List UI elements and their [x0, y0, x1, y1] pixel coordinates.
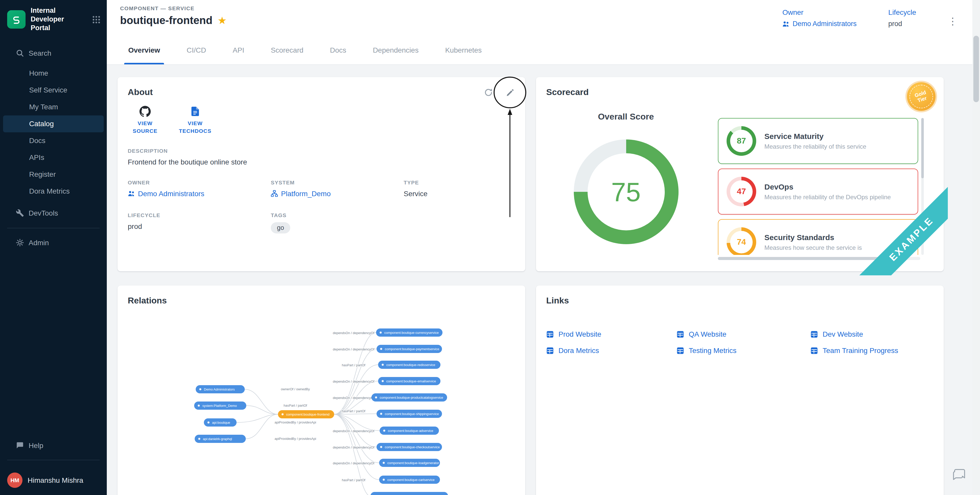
relation-node[interactable]: component:boutique-recommendationservice [371, 492, 448, 495]
link-dora-metrics[interactable]: Dora Metrics [546, 345, 676, 356]
edge-label: dependsOn / dependencyOf [333, 446, 374, 449]
tab-api[interactable]: API [220, 36, 258, 64]
relation-node[interactable]: api:boutique [204, 419, 237, 427]
relation-node-center[interactable]: component:boutique-frontend [278, 410, 334, 419]
view-source-label: VIEW SOURCE [128, 119, 162, 135]
sidebar-item-docs[interactable]: Docs [0, 132, 107, 149]
score-item-security-standards[interactable]: 74 Security Standards Measures how secur… [718, 219, 918, 255]
edit-button[interactable] [505, 88, 515, 97]
system-entity-link[interactable]: Platform_Demo [271, 190, 404, 198]
page-scrollbar[interactable] [972, 0, 980, 495]
overall-score-value: 75 [611, 177, 641, 207]
links-card-title: Links [546, 296, 934, 306]
sidebar-item-self-service[interactable]: Self Service [0, 81, 107, 98]
owner-entity-link[interactable]: Demo Administrators [128, 190, 271, 198]
favorite-star-icon[interactable]: ★ [218, 15, 227, 25]
relation-node[interactable]: component:boutique-shippingservice [377, 410, 442, 418]
svg-text:Demo Administrators: Demo Administrators [204, 387, 235, 391]
page-title: boutique-frontend [120, 14, 213, 27]
link-grid-icon [810, 330, 818, 338]
svg-text:component:boutique-paymentserv: component:boutique-paymentservice [385, 347, 439, 351]
relation-node[interactable]: component:boutique-loadgenerator [379, 459, 440, 467]
link-dev-website[interactable]: Dev Website [810, 328, 934, 340]
tab-cicd[interactable]: CI/CD [173, 36, 220, 64]
relation-node[interactable]: component:boutique-emailservice [378, 377, 441, 385]
view-source-link[interactable]: VIEW SOURCE [128, 106, 162, 135]
svg-text:component:boutique-checkoutser: component:boutique-checkoutservice [385, 445, 440, 449]
sidebar-item-my-team[interactable]: My Team [0, 98, 107, 115]
tab-overview[interactable]: Overview [115, 36, 173, 64]
link-team-training-progress[interactable]: Team Training Progress [810, 345, 934, 356]
score-item-devops[interactable]: 47 DevOps Measures the reliability of th… [718, 169, 918, 215]
relation-node[interactable]: Demo Administrators [196, 385, 245, 393]
tab-dependencies[interactable]: Dependencies [360, 36, 432, 64]
refresh-button[interactable] [484, 88, 493, 97]
edge-label: ownerOf / ownedBy [281, 387, 310, 391]
chat-widget-button[interactable] [952, 468, 966, 484]
sidebar-item-label: DevTools [29, 209, 58, 217]
link-qa-website[interactable]: QA Website [676, 328, 810, 340]
relation-node[interactable]: component:boutique-cartservice [379, 476, 440, 484]
tab-kubernetes[interactable]: Kubernetes [432, 36, 495, 64]
link-testing-metrics[interactable]: Testing Metrics [676, 345, 810, 356]
relation-node[interactable]: component:boutique-productcatalogservice [371, 393, 447, 401]
owner-link[interactable]: Demo Administrators [782, 20, 857, 28]
group-icon [128, 190, 135, 197]
tab-docs[interactable]: Docs [317, 36, 360, 64]
techdocs-icon [189, 106, 201, 117]
sidebar-search-label: Search [29, 49, 51, 57]
edge-label: hasPart / partOf [342, 363, 365, 367]
link-prod-website[interactable]: Prod Website [546, 328, 676, 340]
apps-grid-icon[interactable] [92, 15, 101, 24]
user-menu[interactable]: HM Himanshu Mishra [0, 466, 107, 495]
owner-value: Demo Administrators [792, 20, 857, 28]
about-card-title: About [128, 88, 515, 97]
relation-node[interactable]: api:danielrk-graphql [195, 435, 246, 443]
pencil-icon [505, 88, 514, 97]
sidebar-item-register[interactable]: Register [0, 166, 107, 183]
relation-node[interactable]: component:boutique-currencyservice [376, 328, 442, 337]
sidebar-item-label: Self Service [29, 86, 67, 94]
user-name: Himanshu Mishra [28, 476, 83, 484]
sidebar-item-admin[interactable]: Admin [0, 234, 107, 251]
scorecard-card: Scorecard Gold Tier Overall Score 75 87 … [536, 77, 944, 271]
page-scrollbar-thumb[interactable] [974, 36, 979, 102]
svg-text:component:boutique-frontend: component:boutique-frontend [286, 412, 329, 416]
view-techdocs-link[interactable]: VIEW TECHDOCS [178, 106, 213, 135]
sidebar-item-apis[interactable]: APIs [0, 149, 107, 166]
score-gauge: 47 [727, 177, 756, 206]
score-name: Service Maturity [764, 132, 866, 140]
link-grid-icon [676, 347, 684, 354]
svg-text:component:boutique-productcata: component:boutique-productcatalogservice [380, 396, 443, 400]
link-grid-icon [546, 347, 554, 354]
sidebar-item-label: Help [29, 441, 43, 449]
field-label: LIFECYCLE [128, 212, 271, 218]
tab-scorecard[interactable]: Scorecard [258, 36, 317, 64]
description-value: Frontend for the boutique online store [128, 158, 515, 166]
sidebar-item-dora-metrics[interactable]: Dora Metrics [0, 183, 107, 199]
relation-node[interactable]: component:boutique-checkoutservice [377, 443, 442, 451]
sidebar-item-home[interactable]: Home [0, 65, 107, 81]
sidebar-item-devtools[interactable]: DevTools [0, 205, 107, 221]
app-logo[interactable] [7, 11, 25, 29]
score-item-service-maturity[interactable]: 87 Service Maturity Measures the reliabi… [718, 118, 918, 164]
relation-node[interactable]: component:boutique-redisservice [378, 361, 441, 369]
more-options-kebab-icon[interactable]: ⋮ [948, 15, 958, 27]
relation-node[interactable]: component:boutique-adservice [380, 427, 439, 435]
content-area: About [107, 65, 980, 495]
tag-chip-go[interactable]: go [271, 223, 290, 234]
sidebar-item-help[interactable]: Help [0, 437, 107, 454]
relations-graph: dependsOn / dependencyOf dependsOn / dep… [118, 286, 525, 495]
page-header: COMPONENT — SERVICE boutique-frontend ★ … [107, 0, 980, 36]
relation-node[interactable]: component:boutique-paymentservice [377, 345, 442, 353]
score-list-vertical-scrollbar[interactable] [921, 118, 924, 255]
edge-label: dependsOn / dependencyOf [333, 380, 374, 384]
sidebar-item-label: My Team [29, 103, 58, 111]
sidebar-item-catalog[interactable]: Catalog [3, 115, 104, 132]
sidebar-search[interactable]: Search [0, 45, 107, 62]
score-description: Measures the reliability of this service [764, 143, 866, 150]
score-list-horizontal-scrollbar[interactable] [718, 257, 920, 260]
main-area: COMPONENT — SERVICE boutique-frontend ★ … [107, 0, 980, 495]
app-root: Internal Developer Portal Search Home Se… [0, 0, 980, 495]
relation-node[interactable]: system:Platform_Demo [194, 401, 246, 410]
